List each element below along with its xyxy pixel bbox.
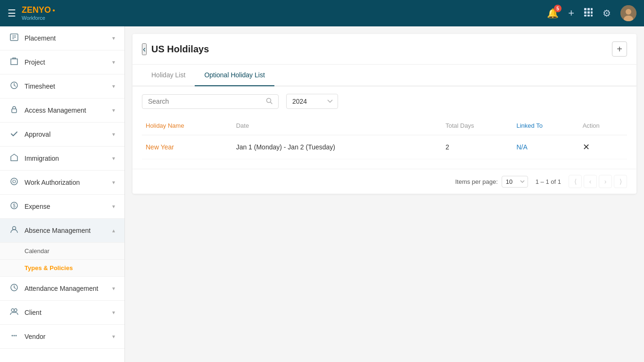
table-container: Holiday Name Date Total Days Linked To A…	[132, 116, 636, 169]
attendance-icon	[9, 283, 19, 294]
client-icon	[9, 307, 19, 318]
sidebar-item-placement[interactable]: Placement ▾	[0, 26, 124, 50]
sidebar-item-label: Client	[25, 309, 41, 316]
notification-icon[interactable]: 🔔 5	[547, 8, 559, 19]
vendor-icon	[9, 331, 19, 342]
search-icon	[266, 98, 272, 106]
add-button[interactable]: +	[612, 41, 627, 57]
next-page-button[interactable]: ›	[599, 175, 612, 188]
sidebar-item-approval[interactable]: Approval ▾	[0, 123, 124, 147]
sidebar-item-expense[interactable]: $ Expense ▾	[0, 195, 124, 219]
sidebar-item-client[interactable]: Client ▾	[0, 301, 124, 325]
topnav: ☰ ZENYO ● Workforce 🔔 5 + ⚙	[0, 0, 644, 26]
sidebar-item-timesheet[interactable]: Timesheet ▾	[0, 74, 124, 99]
grid-icon[interactable]	[584, 8, 593, 19]
prev-page-button[interactable]: ‹	[584, 175, 597, 188]
work-auth-icon	[9, 177, 19, 188]
sidebar: Placement ▾ Project ▾ Timesheet ▾	[0, 26, 125, 362]
immigration-icon	[9, 153, 19, 164]
per-page-select[interactable]: 10 25 50 100	[502, 176, 528, 188]
sidebar-item-label: Project	[25, 58, 45, 66]
chevron-down-icon: ▾	[112, 131, 115, 138]
absence-sub-menu: Calendar Types & Policies	[0, 243, 124, 277]
svg-point-10	[626, 9, 631, 15]
tab-holiday-list[interactable]: Holiday List	[142, 65, 195, 86]
sidebar-item-project[interactable]: Project ▾	[0, 50, 124, 74]
page-title: US Holdilays	[151, 44, 209, 55]
timesheet-icon	[9, 81, 19, 91]
sidebar-sub-item-types-policies[interactable]: Types & Policies	[0, 260, 124, 277]
page-nav: ⟨ ‹ › ⟩	[569, 175, 627, 188]
cell-action: ✕	[579, 135, 627, 159]
svg-point-24	[11, 309, 14, 312]
add-icon[interactable]: +	[568, 7, 574, 19]
sidebar-item-label: Approval	[25, 131, 50, 138]
last-page-button[interactable]: ⟩	[614, 175, 627, 188]
items-per-page-label: Items per page:	[455, 178, 497, 185]
svg-rect-3	[584, 11, 586, 14]
chevron-up-icon: ▴	[112, 227, 115, 234]
sidebar-item-vendor[interactable]: Vendor ▾	[0, 325, 124, 349]
svg-rect-0	[584, 8, 586, 10]
cell-linked-to: N/A	[512, 135, 578, 159]
sidebar-item-work-authorization[interactable]: Work Authorization ▾	[0, 171, 124, 195]
expense-icon: $	[9, 201, 19, 212]
svg-rect-6	[584, 15, 586, 16]
logo-zenyo: ZENYO	[22, 6, 51, 15]
placement-icon	[9, 33, 19, 43]
search-input[interactable]	[148, 98, 266, 105]
col-linked-to: Linked To	[512, 116, 578, 135]
first-page-button[interactable]: ⟨	[569, 175, 582, 188]
sidebar-sub-item-calendar[interactable]: Calendar	[0, 243, 124, 260]
chevron-down-icon: ▾	[112, 179, 115, 186]
delete-button[interactable]: ✕	[583, 142, 590, 152]
chevron-down-icon: ▾	[112, 155, 115, 162]
col-total-days: Total Days	[442, 116, 513, 135]
svg-rect-2	[591, 8, 593, 10]
svg-line-30	[271, 102, 272, 104]
svg-rect-8	[591, 15, 593, 16]
sidebar-item-attendance-management[interactable]: Attendance Management ▾	[0, 277, 124, 301]
svg-rect-4	[587, 11, 590, 14]
chevron-down-icon: ▾	[112, 59, 115, 66]
chevron-down-icon: ▾	[112, 333, 115, 340]
table-row: New Year Jan 1 (Monday) - Jan 2 (Tuesday…	[142, 135, 627, 159]
hamburger-icon[interactable]: ☰	[8, 8, 16, 19]
svg-point-19	[13, 180, 16, 183]
sidebar-item-label: Attendance Management	[25, 285, 98, 292]
cell-total-days: 2	[442, 135, 513, 159]
page-info: 1 – 1 of 1	[536, 178, 561, 185]
sidebar-item-label: Work Authorization	[25, 179, 80, 186]
page-content: ‹ US Holdilays + Holiday List Optional H…	[132, 34, 636, 194]
sidebar-item-label: Vendor	[25, 333, 45, 340]
cell-holiday-name[interactable]: New Year	[142, 135, 232, 159]
sidebar-item-label: Absence Management	[25, 227, 91, 234]
topnav-left: ☰ ZENYO ● Workforce	[8, 6, 55, 21]
settings-icon[interactable]: ⚙	[603, 8, 611, 19]
chevron-down-icon: ▾	[112, 285, 115, 292]
svg-rect-1	[587, 8, 590, 10]
sidebar-item-label: Access Management	[25, 107, 86, 114]
back-button[interactable]: ‹	[142, 43, 147, 55]
tab-optional-holiday-list[interactable]: Optional Holiday List	[195, 65, 274, 86]
items-per-page: Items per page: 10 25 50 100	[455, 176, 528, 188]
col-holiday-name: Holiday Name	[142, 116, 232, 135]
chevron-down-icon: ▾	[112, 83, 115, 90]
svg-rect-7	[587, 15, 590, 16]
sidebar-item-access-management[interactable]: Access Management ▾	[0, 99, 124, 123]
year-select[interactable]: 2024 2023 2022 2021	[286, 94, 338, 109]
chevron-down-icon: ▾	[112, 203, 115, 210]
avatar[interactable]	[620, 5, 636, 21]
notification-badge: 5	[554, 5, 561, 12]
sidebar-item-absence-management[interactable]: Absence Management ▴	[0, 219, 124, 243]
svg-point-18	[11, 178, 17, 185]
tabs: Holiday List Optional Holiday List	[132, 65, 636, 86]
sidebar-item-label: Immigration	[25, 155, 59, 162]
absence-icon	[9, 225, 19, 236]
sidebar-item-label: Timesheet	[25, 82, 55, 90]
sidebar-item-label: Expense	[25, 203, 50, 210]
chevron-down-icon: ▾	[112, 309, 115, 316]
logo-workforce: Workforce	[22, 15, 55, 21]
sidebar-item-label: Placement	[25, 34, 56, 42]
sidebar-item-immigration[interactable]: Immigration ▾	[0, 147, 124, 171]
